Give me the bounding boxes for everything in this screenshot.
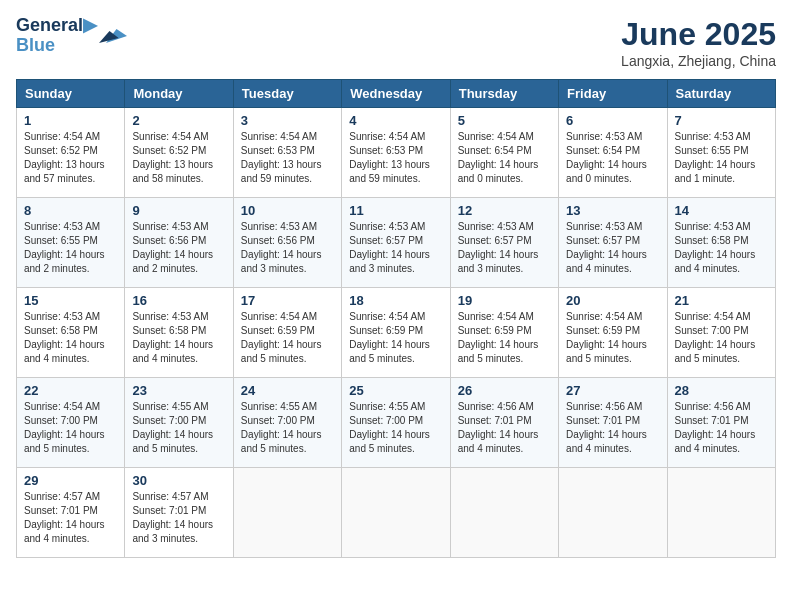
- cell-content: Sunrise: 4:56 AMSunset: 7:01 PMDaylight:…: [675, 400, 768, 456]
- cell-content: Sunrise: 4:57 AMSunset: 7:01 PMDaylight:…: [132, 490, 225, 546]
- calendar-cell: 20Sunrise: 4:54 AMSunset: 6:59 PMDayligh…: [559, 288, 667, 378]
- cell-content: Sunrise: 4:54 AMSunset: 7:00 PMDaylight:…: [675, 310, 768, 366]
- calendar-cell: 9Sunrise: 4:53 AMSunset: 6:56 PMDaylight…: [125, 198, 233, 288]
- calendar-cell: [342, 468, 450, 558]
- cell-content: Sunrise: 4:53 AMSunset: 6:55 PMDaylight:…: [675, 130, 768, 186]
- calendar-cell: 11Sunrise: 4:53 AMSunset: 6:57 PMDayligh…: [342, 198, 450, 288]
- cell-content: Sunrise: 4:54 AMSunset: 6:59 PMDaylight:…: [566, 310, 659, 366]
- page-header: General▶ Blue June 2025 Langxia, Zhejian…: [16, 16, 776, 69]
- calendar-cell: 26Sunrise: 4:56 AMSunset: 7:01 PMDayligh…: [450, 378, 558, 468]
- calendar-cell: 29Sunrise: 4:57 AMSunset: 7:01 PMDayligh…: [17, 468, 125, 558]
- day-number: 16: [132, 293, 225, 308]
- cell-content: Sunrise: 4:54 AMSunset: 6:52 PMDaylight:…: [24, 130, 117, 186]
- calendar-cell: 24Sunrise: 4:55 AMSunset: 7:00 PMDayligh…: [233, 378, 341, 468]
- day-number: 24: [241, 383, 334, 398]
- title-block: June 2025 Langxia, Zhejiang, China: [621, 16, 776, 69]
- weekday-header-wednesday: Wednesday: [342, 80, 450, 108]
- cell-content: Sunrise: 4:56 AMSunset: 7:01 PMDaylight:…: [458, 400, 551, 456]
- weekday-header-tuesday: Tuesday: [233, 80, 341, 108]
- day-number: 18: [349, 293, 442, 308]
- day-number: 6: [566, 113, 659, 128]
- cell-content: Sunrise: 4:53 AMSunset: 6:57 PMDaylight:…: [349, 220, 442, 276]
- weekday-header-saturday: Saturday: [667, 80, 775, 108]
- calendar-cell: 16Sunrise: 4:53 AMSunset: 6:58 PMDayligh…: [125, 288, 233, 378]
- day-number: 25: [349, 383, 442, 398]
- cell-content: Sunrise: 4:53 AMSunset: 6:58 PMDaylight:…: [675, 220, 768, 276]
- day-number: 2: [132, 113, 225, 128]
- calendar-cell: [450, 468, 558, 558]
- day-number: 5: [458, 113, 551, 128]
- calendar-cell: 13Sunrise: 4:53 AMSunset: 6:57 PMDayligh…: [559, 198, 667, 288]
- day-number: 29: [24, 473, 117, 488]
- day-number: 21: [675, 293, 768, 308]
- day-number: 7: [675, 113, 768, 128]
- cell-content: Sunrise: 4:54 AMSunset: 6:53 PMDaylight:…: [241, 130, 334, 186]
- calendar-cell: 23Sunrise: 4:55 AMSunset: 7:00 PMDayligh…: [125, 378, 233, 468]
- day-number: 30: [132, 473, 225, 488]
- calendar-cell: 4Sunrise: 4:54 AMSunset: 6:53 PMDaylight…: [342, 108, 450, 198]
- week-row-1: 1Sunrise: 4:54 AMSunset: 6:52 PMDaylight…: [17, 108, 776, 198]
- calendar-cell: 12Sunrise: 4:53 AMSunset: 6:57 PMDayligh…: [450, 198, 558, 288]
- calendar-cell: [233, 468, 341, 558]
- day-number: 11: [349, 203, 442, 218]
- cell-content: Sunrise: 4:53 AMSunset: 6:56 PMDaylight:…: [132, 220, 225, 276]
- day-number: 12: [458, 203, 551, 218]
- calendar-cell: 27Sunrise: 4:56 AMSunset: 7:01 PMDayligh…: [559, 378, 667, 468]
- calendar-cell: 8Sunrise: 4:53 AMSunset: 6:55 PMDaylight…: [17, 198, 125, 288]
- calendar: SundayMondayTuesdayWednesdayThursdayFrid…: [16, 79, 776, 558]
- cell-content: Sunrise: 4:55 AMSunset: 7:00 PMDaylight:…: [132, 400, 225, 456]
- calendar-cell: 22Sunrise: 4:54 AMSunset: 7:00 PMDayligh…: [17, 378, 125, 468]
- cell-content: Sunrise: 4:53 AMSunset: 6:56 PMDaylight:…: [241, 220, 334, 276]
- calendar-cell: 14Sunrise: 4:53 AMSunset: 6:58 PMDayligh…: [667, 198, 775, 288]
- logo-text: General▶ Blue: [16, 16, 97, 56]
- week-row-4: 22Sunrise: 4:54 AMSunset: 7:00 PMDayligh…: [17, 378, 776, 468]
- cell-content: Sunrise: 4:54 AMSunset: 6:59 PMDaylight:…: [458, 310, 551, 366]
- cell-content: Sunrise: 4:53 AMSunset: 6:55 PMDaylight:…: [24, 220, 117, 276]
- calendar-cell: [667, 468, 775, 558]
- day-number: 8: [24, 203, 117, 218]
- cell-content: Sunrise: 4:57 AMSunset: 7:01 PMDaylight:…: [24, 490, 117, 546]
- logo-icon: [99, 22, 127, 50]
- day-number: 9: [132, 203, 225, 218]
- location: Langxia, Zhejiang, China: [621, 53, 776, 69]
- weekday-header-row: SundayMondayTuesdayWednesdayThursdayFrid…: [17, 80, 776, 108]
- day-number: 15: [24, 293, 117, 308]
- day-number: 27: [566, 383, 659, 398]
- cell-content: Sunrise: 4:54 AMSunset: 6:59 PMDaylight:…: [349, 310, 442, 366]
- month-title: June 2025: [621, 16, 776, 53]
- day-number: 13: [566, 203, 659, 218]
- weekday-header-monday: Monday: [125, 80, 233, 108]
- week-row-3: 15Sunrise: 4:53 AMSunset: 6:58 PMDayligh…: [17, 288, 776, 378]
- calendar-cell: 19Sunrise: 4:54 AMSunset: 6:59 PMDayligh…: [450, 288, 558, 378]
- calendar-cell: 5Sunrise: 4:54 AMSunset: 6:54 PMDaylight…: [450, 108, 558, 198]
- cell-content: Sunrise: 4:55 AMSunset: 7:00 PMDaylight:…: [349, 400, 442, 456]
- calendar-cell: 7Sunrise: 4:53 AMSunset: 6:55 PMDaylight…: [667, 108, 775, 198]
- day-number: 3: [241, 113, 334, 128]
- day-number: 28: [675, 383, 768, 398]
- cell-content: Sunrise: 4:54 AMSunset: 6:53 PMDaylight:…: [349, 130, 442, 186]
- calendar-cell: 18Sunrise: 4:54 AMSunset: 6:59 PMDayligh…: [342, 288, 450, 378]
- day-number: 23: [132, 383, 225, 398]
- calendar-cell: 3Sunrise: 4:54 AMSunset: 6:53 PMDaylight…: [233, 108, 341, 198]
- day-number: 4: [349, 113, 442, 128]
- cell-content: Sunrise: 4:53 AMSunset: 6:58 PMDaylight:…: [24, 310, 117, 366]
- cell-content: Sunrise: 4:53 AMSunset: 6:58 PMDaylight:…: [132, 310, 225, 366]
- day-number: 20: [566, 293, 659, 308]
- week-row-2: 8Sunrise: 4:53 AMSunset: 6:55 PMDaylight…: [17, 198, 776, 288]
- calendar-cell: 10Sunrise: 4:53 AMSunset: 6:56 PMDayligh…: [233, 198, 341, 288]
- week-row-5: 29Sunrise: 4:57 AMSunset: 7:01 PMDayligh…: [17, 468, 776, 558]
- day-number: 19: [458, 293, 551, 308]
- logo: General▶ Blue: [16, 16, 127, 56]
- day-number: 14: [675, 203, 768, 218]
- calendar-cell: 6Sunrise: 4:53 AMSunset: 6:54 PMDaylight…: [559, 108, 667, 198]
- weekday-header-sunday: Sunday: [17, 80, 125, 108]
- weekday-header-friday: Friday: [559, 80, 667, 108]
- calendar-cell: 25Sunrise: 4:55 AMSunset: 7:00 PMDayligh…: [342, 378, 450, 468]
- cell-content: Sunrise: 4:54 AMSunset: 7:00 PMDaylight:…: [24, 400, 117, 456]
- day-number: 26: [458, 383, 551, 398]
- cell-content: Sunrise: 4:55 AMSunset: 7:00 PMDaylight:…: [241, 400, 334, 456]
- day-number: 22: [24, 383, 117, 398]
- cell-content: Sunrise: 4:54 AMSunset: 6:52 PMDaylight:…: [132, 130, 225, 186]
- calendar-cell: 17Sunrise: 4:54 AMSunset: 6:59 PMDayligh…: [233, 288, 341, 378]
- cell-content: Sunrise: 4:56 AMSunset: 7:01 PMDaylight:…: [566, 400, 659, 456]
